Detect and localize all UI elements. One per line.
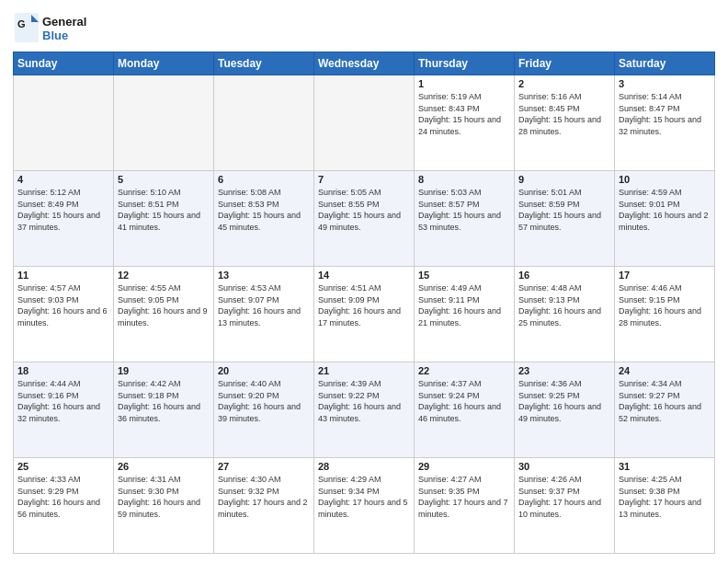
day-number: 31	[619, 461, 711, 472]
calendar-cell	[214, 75, 314, 171]
day-detail: Sunrise: 4:53 AMSunset: 9:07 PMDaylight:…	[218, 282, 310, 328]
calendar-cell: 5Sunrise: 5:10 AMSunset: 8:51 PMDaylight…	[114, 171, 214, 267]
day-number: 20	[218, 365, 310, 376]
svg-text:G: G	[17, 18, 26, 29]
calendar-cell: 7Sunrise: 5:05 AMSunset: 8:55 PMDaylight…	[314, 171, 415, 267]
calendar-week-row: 25Sunrise: 4:33 AMSunset: 9:29 PMDayligh…	[14, 458, 715, 554]
day-number: 17	[619, 270, 711, 281]
calendar-week-row: 4Sunrise: 5:12 AMSunset: 8:49 PMDaylight…	[14, 171, 715, 267]
svg-text:Blue: Blue	[42, 29, 68, 42]
calendar-cell: 9Sunrise: 5:01 AMSunset: 8:59 PMDaylight…	[515, 171, 615, 267]
day-number: 22	[418, 365, 510, 376]
day-detail: Sunrise: 4:59 AMSunset: 9:01 PMDaylight:…	[619, 187, 711, 233]
day-detail: Sunrise: 4:51 AMSunset: 9:09 PMDaylight:…	[318, 282, 410, 328]
calendar-cell: 22Sunrise: 4:37 AMSunset: 9:24 PMDayligh…	[415, 362, 515, 458]
day-detail: Sunrise: 5:08 AMSunset: 8:53 PMDaylight:…	[218, 187, 310, 233]
weekday-header: Thursday	[415, 52, 515, 75]
header: General Blue G	[13, 9, 715, 46]
day-number: 10	[619, 174, 711, 185]
day-detail: Sunrise: 4:34 AMSunset: 9:27 PMDaylight:…	[619, 378, 711, 424]
calendar-cell: 8Sunrise: 5:03 AMSunset: 8:57 PMDaylight…	[415, 171, 515, 267]
day-number: 5	[118, 174, 210, 185]
calendar-cell: 24Sunrise: 4:34 AMSunset: 9:27 PMDayligh…	[615, 362, 715, 458]
calendar-cell	[14, 75, 114, 171]
calendar-cell: 6Sunrise: 5:08 AMSunset: 8:53 PMDaylight…	[214, 171, 314, 267]
svg-text:General: General	[42, 15, 86, 29]
day-detail: Sunrise: 4:49 AMSunset: 9:11 PMDaylight:…	[418, 282, 510, 328]
calendar-cell: 11Sunrise: 4:57 AMSunset: 9:03 PMDayligh…	[14, 267, 114, 362]
weekday-header: Friday	[515, 52, 615, 75]
day-detail: Sunrise: 4:31 AMSunset: 9:30 PMDaylight:…	[118, 474, 210, 520]
day-number: 21	[318, 365, 410, 376]
day-number: 13	[218, 270, 310, 281]
day-detail: Sunrise: 5:14 AMSunset: 8:47 PMDaylight:…	[619, 91, 711, 137]
calendar-cell: 29Sunrise: 4:27 AMSunset: 9:35 PMDayligh…	[415, 458, 515, 554]
weekday-header: Saturday	[615, 52, 715, 75]
day-number: 29	[418, 461, 510, 472]
calendar-cell: 27Sunrise: 4:30 AMSunset: 9:32 PMDayligh…	[214, 458, 314, 554]
calendar-cell: 28Sunrise: 4:29 AMSunset: 9:34 PMDayligh…	[314, 458, 415, 554]
day-number: 15	[418, 270, 510, 281]
day-detail: Sunrise: 4:26 AMSunset: 9:37 PMDaylight:…	[518, 474, 610, 520]
calendar-week-row: 1Sunrise: 5:19 AMSunset: 8:43 PMDaylight…	[14, 75, 715, 171]
day-detail: Sunrise: 5:19 AMSunset: 8:43 PMDaylight:…	[418, 91, 510, 137]
day-detail: Sunrise: 5:05 AMSunset: 8:55 PMDaylight:…	[318, 187, 410, 233]
calendar-cell: 23Sunrise: 4:36 AMSunset: 9:25 PMDayligh…	[515, 362, 615, 458]
calendar-cell: 25Sunrise: 4:33 AMSunset: 9:29 PMDayligh…	[14, 458, 114, 554]
day-number: 1	[418, 78, 510, 89]
calendar-cell: 4Sunrise: 5:12 AMSunset: 8:49 PMDaylight…	[14, 171, 114, 267]
day-number: 6	[218, 174, 310, 185]
day-detail: Sunrise: 4:44 AMSunset: 9:16 PMDaylight:…	[17, 378, 109, 424]
calendar-cell: 13Sunrise: 4:53 AMSunset: 9:07 PMDayligh…	[214, 267, 314, 362]
weekday-header: Tuesday	[214, 52, 314, 75]
page: General Blue G SundayMondayTuesdayWednes…	[0, 0, 728, 563]
day-detail: Sunrise: 4:55 AMSunset: 9:05 PMDaylight:…	[118, 282, 210, 328]
day-number: 4	[17, 174, 109, 185]
calendar-table: SundayMondayTuesdayWednesdayThursdayFrid…	[13, 52, 715, 554]
day-number: 25	[17, 461, 109, 472]
calendar-cell	[114, 75, 214, 171]
day-number: 11	[17, 270, 109, 281]
calendar-cell: 18Sunrise: 4:44 AMSunset: 9:16 PMDayligh…	[14, 362, 114, 458]
day-number: 23	[518, 365, 610, 376]
day-detail: Sunrise: 5:16 AMSunset: 8:45 PMDaylight:…	[518, 91, 610, 137]
calendar-cell: 2Sunrise: 5:16 AMSunset: 8:45 PMDaylight…	[515, 75, 615, 171]
day-number: 28	[318, 461, 410, 472]
calendar-cell: 1Sunrise: 5:19 AMSunset: 8:43 PMDaylight…	[415, 75, 515, 171]
weekday-header-row: SundayMondayTuesdayWednesdayThursdayFrid…	[14, 52, 715, 75]
day-number: 27	[218, 461, 310, 472]
calendar-cell	[314, 75, 415, 171]
day-detail: Sunrise: 4:39 AMSunset: 9:22 PMDaylight:…	[318, 378, 410, 424]
day-detail: Sunrise: 4:36 AMSunset: 9:25 PMDaylight:…	[518, 378, 610, 424]
calendar-cell: 16Sunrise: 4:48 AMSunset: 9:13 PMDayligh…	[515, 267, 615, 362]
day-detail: Sunrise: 5:03 AMSunset: 8:57 PMDaylight:…	[418, 187, 510, 233]
calendar-week-row: 11Sunrise: 4:57 AMSunset: 9:03 PMDayligh…	[14, 267, 715, 362]
calendar-cell: 26Sunrise: 4:31 AMSunset: 9:30 PMDayligh…	[114, 458, 214, 554]
calendar-cell: 10Sunrise: 4:59 AMSunset: 9:01 PMDayligh…	[615, 171, 715, 267]
day-number: 14	[318, 270, 410, 281]
calendar-cell: 15Sunrise: 4:49 AMSunset: 9:11 PMDayligh…	[415, 267, 515, 362]
day-detail: Sunrise: 4:46 AMSunset: 9:15 PMDaylight:…	[619, 282, 711, 328]
calendar-cell: 21Sunrise: 4:39 AMSunset: 9:22 PMDayligh…	[314, 362, 415, 458]
day-number: 30	[518, 461, 610, 472]
calendar-cell: 12Sunrise: 4:55 AMSunset: 9:05 PMDayligh…	[114, 267, 214, 362]
logo-svg: General Blue G	[13, 9, 96, 46]
logo: General Blue G	[13, 9, 96, 46]
day-number: 16	[518, 270, 610, 281]
day-detail: Sunrise: 4:30 AMSunset: 9:32 PMDaylight:…	[218, 474, 310, 520]
day-detail: Sunrise: 4:25 AMSunset: 9:38 PMDaylight:…	[619, 474, 711, 520]
day-number: 12	[118, 270, 210, 281]
day-detail: Sunrise: 4:33 AMSunset: 9:29 PMDaylight:…	[17, 474, 109, 520]
calendar-cell: 14Sunrise: 4:51 AMSunset: 9:09 PMDayligh…	[314, 267, 415, 362]
day-detail: Sunrise: 5:12 AMSunset: 8:49 PMDaylight:…	[17, 187, 109, 233]
day-number: 18	[17, 365, 109, 376]
day-detail: Sunrise: 4:37 AMSunset: 9:24 PMDaylight:…	[418, 378, 510, 424]
day-number: 7	[318, 174, 410, 185]
day-number: 24	[619, 365, 711, 376]
weekday-header: Wednesday	[314, 52, 415, 75]
weekday-header: Sunday	[14, 52, 114, 75]
calendar-cell: 31Sunrise: 4:25 AMSunset: 9:38 PMDayligh…	[615, 458, 715, 554]
day-number: 19	[118, 365, 210, 376]
day-detail: Sunrise: 4:57 AMSunset: 9:03 PMDaylight:…	[17, 282, 109, 328]
day-detail: Sunrise: 4:42 AMSunset: 9:18 PMDaylight:…	[118, 378, 210, 424]
